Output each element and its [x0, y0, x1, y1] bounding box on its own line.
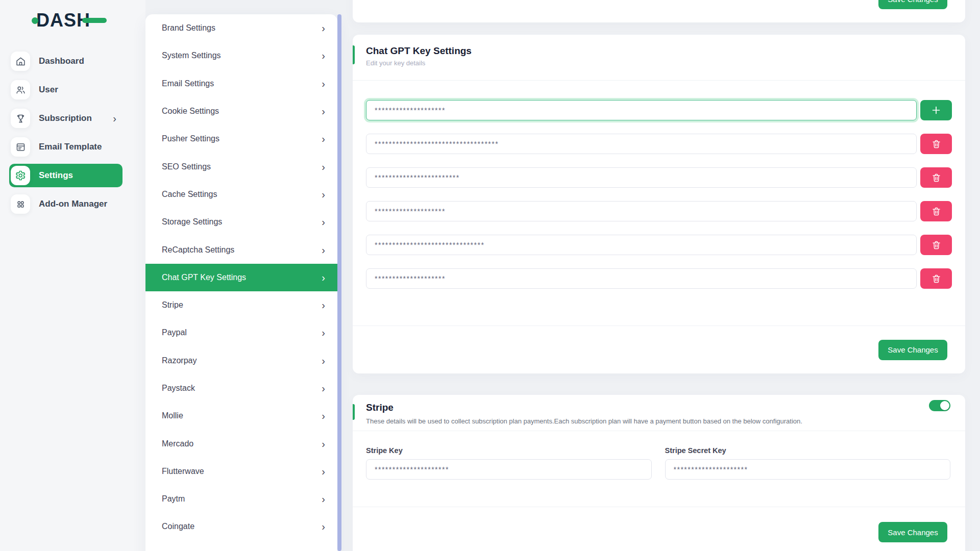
submenu-item-skrill[interactable]: Skrill› [145, 541, 337, 551]
stripe-secret-key-input[interactable] [665, 459, 951, 480]
chevron-right-icon: › [322, 23, 325, 33]
trash-icon [931, 273, 942, 284]
submenu-item-brand-settings[interactable]: Brand Settings› [145, 14, 337, 42]
key-row [366, 134, 952, 154]
delete-key-button[interactable] [920, 235, 952, 255]
chevron-right-icon: › [322, 245, 325, 255]
submenu-item-label: Mercado [162, 439, 193, 448]
delete-key-button[interactable] [920, 201, 952, 221]
stripe-settings-card: Stripe These details will be used to col… [353, 395, 965, 551]
previous-section-footer-card: Save Changes [353, 0, 965, 22]
chevron-right-icon: › [322, 300, 325, 310]
sidebar-item-addon-manager[interactable]: Add-on Manager [9, 192, 122, 216]
page-title: Chat GPT Key Settings [366, 45, 472, 57]
delete-key-button[interactable] [920, 268, 952, 289]
stripe-key-input[interactable] [366, 459, 652, 480]
submenu-item-stripe[interactable]: Stripe› [145, 291, 337, 319]
submenu-item-storage-settings[interactable]: Storage Settings› [145, 208, 337, 236]
submenu-item-label: Pusher Settings [162, 134, 219, 143]
card-header: Stripe These details will be used to col… [353, 395, 965, 431]
home-icon [11, 52, 30, 71]
submenu-item-label: Cookie Settings [162, 107, 219, 116]
card-header: Chat GPT Key Settings Edit your key deta… [353, 35, 965, 81]
add-key-button[interactable] [920, 100, 952, 120]
submenu-item-paytm[interactable]: Paytm› [145, 485, 337, 513]
sidebar-item-settings[interactable]: Settings [9, 164, 122, 187]
submenu-item-coingate[interactable]: Coingate› [145, 513, 337, 540]
chevron-right-icon: › [322, 521, 325, 532]
template-icon [11, 137, 30, 157]
sidebar-item-label: User [39, 85, 116, 95]
submenu-item-mollie[interactable]: Mollie› [145, 402, 337, 430]
grid-icon [11, 194, 30, 214]
submenu-item-label: System Settings [162, 51, 221, 60]
trash-icon [931, 172, 942, 183]
card-footer: Save Changes [353, 325, 965, 373]
save-button[interactable]: Save Changes [878, 522, 947, 542]
api-key-input[interactable] [366, 235, 917, 255]
chevron-right-icon: › [322, 439, 325, 449]
submenu-scrollbar[interactable] [337, 14, 341, 551]
save-button[interactable]: Save Changes [878, 0, 947, 9]
gear-icon [11, 166, 30, 185]
sidebar-item-subscription[interactable]: Subscription › [9, 107, 122, 130]
submenu-item-cache-settings[interactable]: Cache Settings› [145, 181, 337, 208]
logo-dash-bar [82, 18, 107, 23]
api-key-input[interactable] [366, 100, 917, 120]
submenu-item-pusher-settings[interactable]: Pusher Settings› [145, 125, 337, 153]
sidebar-item-user[interactable]: User [9, 78, 122, 102]
submenu-item-razorpay[interactable]: Razorpay› [145, 347, 337, 374]
stripe-secret-key-field: Stripe Secret Key [665, 446, 951, 507]
submenu-item-email-settings[interactable]: Email Settings› [145, 70, 337, 97]
chatgpt-keys-list [353, 81, 965, 289]
submenu-item-label: ReCaptcha Settings [162, 245, 234, 255]
trash-icon [931, 240, 942, 251]
card-title: Stripe [366, 402, 394, 413]
submenu-item-label: Stripe [162, 300, 183, 310]
submenu-item-label: Chat GPT Key Settings [162, 273, 246, 282]
chatgpt-key-settings-card: Chat GPT Key Settings Edit your key deta… [353, 35, 965, 373]
submenu-item-label: Email Settings [162, 79, 214, 88]
api-key-input[interactable] [366, 167, 917, 188]
delete-key-button[interactable] [920, 134, 952, 154]
submenu-item-cookie-settings[interactable]: Cookie Settings› [145, 97, 337, 125]
app-logo[interactable]: DASH [32, 11, 107, 30]
submenu-item-recaptcha-settings[interactable]: ReCaptcha Settings› [145, 236, 337, 263]
trophy-icon [11, 109, 30, 128]
submenu-item-label: Cache Settings [162, 190, 217, 199]
submenu-item-label: Paystack [162, 384, 195, 393]
key-row [366, 268, 952, 289]
sidebar-item-email-template[interactable]: Email Template [9, 135, 122, 159]
submenu-item-chat-gpt-key-settings[interactable]: Chat GPT Key Settings› [145, 264, 337, 291]
key-row [366, 201, 952, 221]
stripe-enabled-toggle[interactable] [929, 400, 950, 411]
sidebar-item-dashboard[interactable]: Dashboard [9, 49, 122, 73]
key-row [366, 167, 952, 188]
logo-dot [32, 17, 38, 24]
sidebar-item-label: Settings [39, 170, 116, 181]
submenu-item-system-settings[interactable]: System Settings› [145, 42, 337, 69]
chevron-right-icon: › [322, 411, 325, 421]
submenu-item-mercado[interactable]: Mercado› [145, 430, 337, 457]
toggle-knob [940, 401, 949, 410]
submenu-item-seo-settings[interactable]: SEO Settings› [145, 153, 337, 180]
main-nav: Dashboard User Subscription › Email Temp… [9, 49, 122, 221]
save-button[interactable]: Save Changes [878, 340, 947, 360]
submenu-item-label: Storage Settings [162, 217, 222, 227]
card-subtitle: These details will be used to collect su… [366, 417, 802, 425]
sidebar-item-label: Email Template [39, 142, 116, 152]
api-key-input[interactable] [366, 268, 917, 289]
submenu-item-paystack[interactable]: Paystack› [145, 374, 337, 402]
main-sidebar: DASH Dashboard User Subscription › [0, 0, 145, 551]
submenu-item-paypal[interactable]: Paypal› [145, 319, 337, 346]
chevron-right-icon: › [322, 189, 325, 199]
stripe-fields: Stripe Key Stripe Secret Key [353, 431, 965, 507]
submenu-item-label: Paytm [162, 494, 185, 504]
api-key-input[interactable] [366, 201, 917, 221]
api-key-input[interactable] [366, 134, 917, 154]
chevron-right-icon: › [322, 106, 325, 116]
submenu-item-flutterwave[interactable]: Flutterwave› [145, 458, 337, 485]
delete-key-button[interactable] [920, 167, 952, 188]
chevron-right-icon: › [322, 494, 325, 504]
submenu-item-label: Brand Settings [162, 23, 215, 33]
